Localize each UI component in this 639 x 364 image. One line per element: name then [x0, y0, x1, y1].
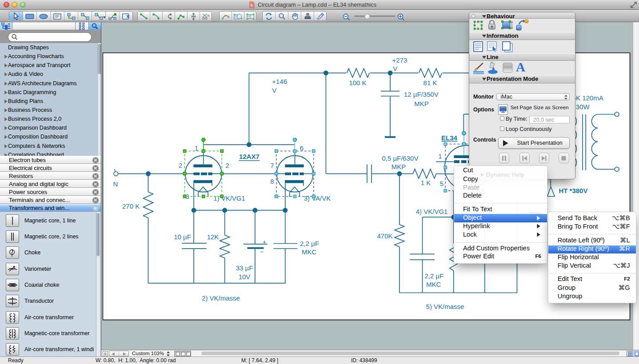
- svg-text:−: −: [260, 248, 264, 255]
- svg-text:8: 8: [270, 178, 274, 185]
- svg-text:10 µF: 10 µF: [174, 233, 191, 241]
- svg-text:V: V: [393, 65, 397, 72]
- svg-text:7: 7: [270, 162, 274, 169]
- svg-text:4) VK/VG1: 4) VK/VG1: [416, 208, 448, 215]
- svg-text:+146: +146: [272, 78, 287, 85]
- svg-text:1: 1: [438, 152, 442, 160]
- svg-text:5) VK/masse: 5) VK/masse: [426, 303, 464, 310]
- svg-text:12K: 12K: [207, 233, 219, 241]
- svg-text:470K: 470K: [377, 232, 392, 240]
- svg-text:12AX7: 12AX7: [239, 153, 260, 160]
- svg-text:0,5 µF/630V: 0,5 µF/630V: [382, 154, 418, 162]
- svg-text:2) VK/masse: 2) VK/masse: [202, 294, 240, 302]
- svg-text:270 K: 270 K: [122, 202, 140, 210]
- svg-text:+273: +273: [392, 56, 407, 64]
- svg-text:MKP: MKP: [414, 100, 429, 107]
- svg-text:MKP: MKP: [391, 163, 406, 170]
- svg-text:12 µF/350V: 12 µF/350V: [404, 91, 439, 98]
- svg-text:33 µF: 33 µF: [236, 264, 253, 272]
- svg-text:2,2 µF: 2,2 µF: [300, 240, 319, 247]
- svg-text:5: 5: [439, 180, 443, 187]
- svg-text:5K 120mA: 5K 120mA: [572, 94, 603, 102]
- svg-text:V: V: [272, 87, 276, 94]
- svg-text:MKC: MKC: [302, 248, 317, 256]
- svg-text:1: 1: [195, 144, 198, 152]
- svg-text:2,2 µF: 2,2 µF: [425, 272, 444, 280]
- svg-text:1) VK/VG1: 1) VK/VG1: [213, 194, 245, 202]
- svg-text:1 K: 1 K: [421, 179, 431, 186]
- svg-text:+: +: [263, 238, 266, 245]
- svg-text:N: N: [113, 180, 118, 188]
- svg-text:2: 2: [225, 162, 229, 169]
- svg-text:81 K: 81 K: [423, 79, 437, 87]
- svg-text:10V: 10V: [239, 273, 251, 281]
- svg-text:MKC: MKC: [426, 281, 441, 288]
- svg-text:6: 6: [300, 144, 304, 152]
- svg-text:100 K: 100 K: [349, 79, 366, 87]
- svg-text:30W: 30W: [576, 103, 590, 111]
- svg-text:HT *380V: HT *380V: [559, 187, 587, 194]
- svg-text:2: 2: [179, 162, 182, 169]
- svg-text:EL34: EL34: [441, 134, 458, 142]
- svg-text:3) VA/VK: 3) VA/VK: [304, 194, 331, 202]
